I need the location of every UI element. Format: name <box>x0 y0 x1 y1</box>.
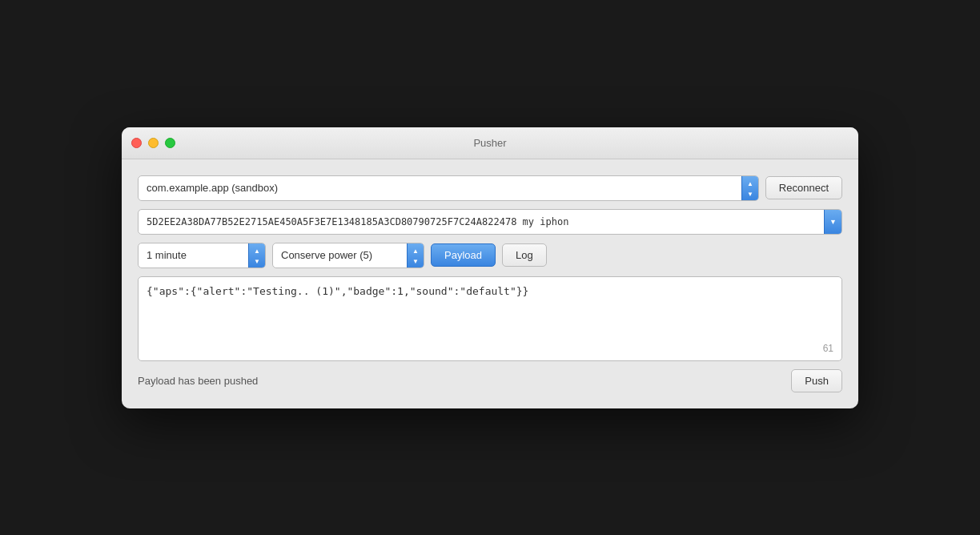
payload-button[interactable]: Payload <box>431 243 496 267</box>
chevron-down-icon <box>829 217 837 226</box>
window-title: Pusher <box>473 137 506 149</box>
push-button[interactable]: Push <box>791 369 842 392</box>
status-text: Payload has been pushed <box>138 375 258 387</box>
arrow-down-icon <box>747 189 753 198</box>
traffic-lights <box>131 138 175 148</box>
log-button[interactable]: Log <box>502 243 547 267</box>
app-select-value: com.example.app (sandbox) <box>139 177 741 199</box>
status-row: Payload has been pushed Push <box>138 369 842 392</box>
minimize-button[interactable] <box>148 138 159 148</box>
app-select-arrow[interactable] <box>741 176 758 200</box>
conserve-select-wrapper[interactable]: Conserve power (5) <box>272 243 424 268</box>
char-count: 61 <box>823 343 833 354</box>
device-token-wrapper[interactable]: 5D2EE2A38DA77B52E2715AE450A5F3E7E1348185… <box>138 209 842 235</box>
minute-select-arrow[interactable] <box>248 243 265 268</box>
reconnect-button[interactable]: Reconnect <box>765 176 842 199</box>
conserve-select-value: Conserve power (5) <box>273 244 407 266</box>
app-row: com.example.app (sandbox) Reconnect <box>138 175 842 201</box>
arrow-down-icon <box>254 256 260 265</box>
app-window: Pusher com.example.app (sandbox) Reconne… <box>122 127 858 408</box>
close-button[interactable] <box>131 138 142 148</box>
minute-select-wrapper[interactable]: 1 minute <box>138 243 266 268</box>
arrow-up-icon <box>747 179 753 187</box>
app-select-wrapper[interactable]: com.example.app (sandbox) <box>138 175 759 201</box>
title-bar: Pusher <box>122 127 858 159</box>
controls-row: 1 minute Conserve power (5) Payload Log <box>138 243 842 268</box>
device-token-row: 5D2EE2A38DA77B52E2715AE450A5F3E7E1348185… <box>138 209 842 235</box>
arrow-up-icon <box>254 246 260 255</box>
device-token-arrow[interactable] <box>824 210 841 234</box>
payload-area: 61 <box>138 276 842 361</box>
payload-textarea[interactable] <box>147 285 833 349</box>
device-token-value: 5D2EE2A38DA77B52E2715AE450A5F3E7E1348185… <box>139 211 824 232</box>
arrow-down-icon <box>412 256 419 265</box>
conserve-select-arrow[interactable] <box>407 243 424 268</box>
maximize-button[interactable] <box>165 138 175 148</box>
arrow-up-icon <box>412 246 419 255</box>
minute-select-value: 1 minute <box>139 244 248 266</box>
window-content: com.example.app (sandbox) Reconnect 5D2E… <box>122 159 858 408</box>
